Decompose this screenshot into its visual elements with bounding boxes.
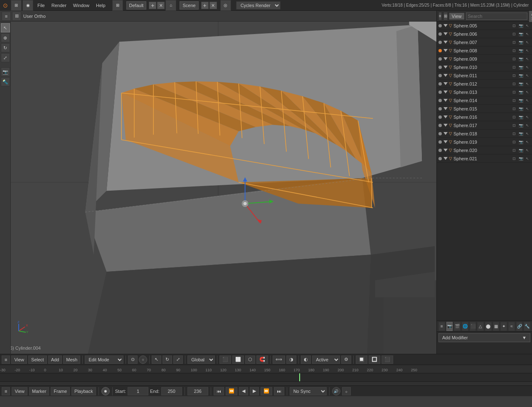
restrict-render-icon[interactable]: 📷 [518, 31, 524, 37]
restrict-select-icon[interactable]: ↖ [525, 139, 530, 145]
menu-render[interactable]: Render [48, 0, 70, 10]
prop-material-btn[interactable]: ⬤ [485, 322, 492, 331]
timeline-area[interactable]: -30-20-100102030405060708090100110120130… [0, 365, 532, 385]
add-scene-btn[interactable]: + [201, 2, 209, 9]
prop-world-btn[interactable]: 🌐 [462, 322, 468, 331]
prop-object-btn[interactable]: ⬛ [470, 322, 476, 331]
restrict-select-icon[interactable]: ↖ [525, 31, 530, 37]
restrict-view-icon[interactable]: ⊡ [511, 114, 517, 120]
select-btn[interactable]: Select [28, 356, 47, 364]
render-engine-selector[interactable]: Cycles Render [236, 1, 281, 10]
view-mode-btn[interactable]: ⊞ [11, 0, 22, 11]
scale-tool-btn[interactable]: ⤢ [1, 53, 10, 62]
outliner-item[interactable]: ▽ Sphere.021 ⊡ 📷 ↖ [437, 154, 532, 163]
restrict-render-icon[interactable]: 📷 [518, 48, 524, 54]
restrict-view-icon[interactable]: ⊡ [511, 123, 517, 128]
outliner-item[interactable]: ▽ Sphere.014 ⊡ 📷 ↖ [437, 96, 532, 105]
restrict-view-icon[interactable]: ⊡ [511, 106, 517, 112]
restrict-render-icon[interactable]: 📷 [518, 147, 524, 153]
sync-selector[interactable]: No Sync AV Sync Frame Drop [290, 387, 327, 395]
outliner-item[interactable]: ▽ Sphere.009 ⊡ 📷 ↖ [437, 55, 532, 63]
jump-end-btn[interactable]: ⏭ [274, 387, 284, 395]
rotate-btn-toolbar[interactable]: ↻ [163, 356, 172, 364]
restrict-view-icon[interactable]: ⊡ [511, 56, 517, 62]
view-btn[interactable]: View [11, 356, 27, 364]
restrict-view-icon[interactable]: ⊡ [511, 31, 517, 37]
view-menu-btn[interactable]: ≡ [2, 356, 10, 364]
outliner-item[interactable]: ▽ Sphere.010 ⊡ 📷 ↖ [437, 63, 532, 71]
outliner-item[interactable]: ▽ Sphere.005 ⊡ 📷 ↖ [437, 22, 532, 30]
menu-help[interactable]: Help [93, 0, 109, 10]
prop-particles-btn[interactable]: ✦ [500, 322, 507, 331]
outliner-item[interactable]: ▽ Sphere.008 ⊡ 📷 ↖ [437, 47, 532, 55]
render-mode-btn1[interactable]: 🔲 [356, 356, 367, 364]
mesh-display-btn2[interactable]: ⬜ [232, 356, 244, 364]
outliner-item[interactable]: ▽ Sphere.016 ⊡ 📷 ↖ [437, 113, 532, 121]
mesh-display-btn1[interactable]: ⬛ [219, 356, 231, 364]
occlude-btn[interactable]: ◑ [286, 356, 296, 364]
timeline-menu-btn[interactable]: ≡ [2, 387, 10, 395]
outliner-item[interactable]: ▽ Sphere.013 ⊡ 📷 ↖ [437, 88, 532, 96]
overlay-btn[interactable]: ◐ [301, 356, 311, 364]
prop-render-btn[interactable]: 📷 [446, 322, 453, 331]
restrict-render-icon[interactable]: 📷 [518, 89, 524, 95]
outliner-item[interactable]: ▽ Sphere.020 ⊡ 📷 ↖ [437, 146, 532, 154]
render-mode-btn2[interactable]: 🔳 [369, 356, 380, 364]
mirror-btn[interactable]: ⟺ [273, 356, 285, 364]
restrict-render-icon[interactable]: 📷 [518, 139, 524, 145]
restrict-render-icon[interactable]: 📷 [518, 114, 524, 120]
mesh-btn[interactable]: Mesh [63, 356, 80, 364]
restrict-view-icon[interactable]: ⊡ [511, 131, 517, 137]
keyframe-btn[interactable]: ⬦ [342, 387, 351, 395]
outliner-item[interactable]: ▽ Sphere.007 ⊡ 📷 ↖ [437, 38, 532, 47]
outliner-view-btn[interactable]: ⊞ [443, 12, 448, 20]
scene-icon[interactable]: ⌂ [165, 0, 176, 11]
restrict-select-icon[interactable]: ↖ [525, 106, 530, 112]
restrict-render-icon[interactable]: 📷 [518, 106, 524, 112]
restrict-view-icon[interactable]: ⊡ [511, 64, 517, 70]
prop-menu-btn[interactable]: ≡ [438, 322, 445, 331]
active-selector[interactable]: Active Median [312, 356, 340, 364]
outliner-item[interactable]: ▽ Sphere.015 ⊡ 📷 ↖ [437, 105, 532, 113]
outliner-tab-view[interactable]: View [449, 13, 464, 20]
timeline-track[interactable] [0, 373, 532, 382]
outliner-list[interactable]: ▽ Sphere.005 ⊡ 📷 ↖ ▽ Sphere.006 ⊡ 📷 ↖ ▽ … [437, 22, 532, 321]
select-tool-btn[interactable]: ↖ [1, 23, 10, 32]
timeline-playback-btn[interactable]: Playback [71, 387, 96, 395]
outliner-tab-all-scenes[interactable]: All Scenes [529, 10, 532, 22]
outliner-item[interactable]: ▽ Sphere.012 ⊡ 📷 ↖ [437, 80, 532, 88]
prop-mesh-btn[interactable]: △ [477, 322, 484, 331]
restrict-select-icon[interactable]: ↖ [525, 98, 530, 103]
restrict-select-icon[interactable]: ↖ [525, 48, 530, 54]
restrict-view-icon[interactable]: ⊡ [511, 139, 517, 145]
restrict-view-icon[interactable]: ⊡ [511, 89, 517, 95]
outliner-search-input[interactable] [466, 12, 527, 20]
start-frame-input[interactable] [128, 387, 148, 395]
viewport-menu-btn[interactable]: ≡ [2, 12, 11, 21]
current-frame-input[interactable] [187, 387, 208, 395]
timeline-view-btn[interactable]: View [12, 387, 27, 395]
restrict-select-icon[interactable]: ↖ [525, 114, 530, 120]
circle-select-btn[interactable]: ○ [139, 356, 147, 364]
restrict-render-icon[interactable]: 📷 [518, 64, 524, 70]
restrict-render-icon[interactable]: 📷 [518, 73, 524, 78]
restrict-render-icon[interactable]: 📷 [518, 156, 524, 162]
restrict-render-icon[interactable]: 📷 [518, 56, 524, 62]
proportional-btn[interactable]: ⊙ [128, 356, 138, 364]
restrict-select-icon[interactable]: ↖ [525, 23, 530, 29]
timeline-cursor[interactable] [299, 373, 300, 381]
outliner-item[interactable]: ▽ Sphere.017 ⊡ 📷 ↖ [437, 121, 532, 130]
scale-btn-toolbar[interactable]: ⤢ [173, 356, 183, 364]
restrict-select-icon[interactable]: ↖ [525, 156, 530, 162]
prev-frame-btn[interactable]: ⏪ [226, 387, 237, 395]
remove-scene-btn[interactable]: × [209, 2, 217, 9]
restrict-view-icon[interactable]: ⊡ [511, 39, 517, 45]
camera-tool-btn[interactable]: 📷 [1, 67, 10, 76]
restrict-render-icon[interactable]: 📷 [518, 81, 524, 87]
restrict-view-icon[interactable]: ⊡ [511, 81, 517, 87]
mesh-display-btn3[interactable]: ⬡ [245, 356, 255, 364]
restrict-select-icon[interactable]: ↖ [525, 64, 530, 70]
rotate-tool-btn[interactable]: ↻ [1, 43, 10, 52]
menu-window[interactable]: Window [70, 0, 93, 10]
restrict-render-icon[interactable]: 📷 [518, 123, 524, 128]
